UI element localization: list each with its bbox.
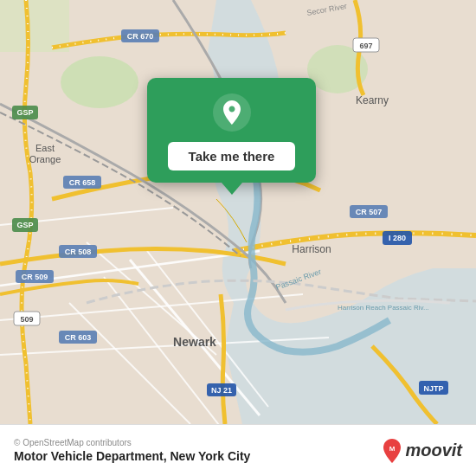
- svg-point-1: [61, 56, 138, 108]
- svg-text:Orange: Orange: [29, 154, 61, 164]
- svg-text:697: 697: [359, 42, 372, 50]
- svg-text:GSP: GSP: [16, 221, 33, 229]
- svg-text:I 280: I 280: [389, 234, 406, 242]
- map-container: GSP GSP CR 670 CR 658 CR 508 CR 509 CR 5…: [0, 0, 476, 424]
- svg-text:NJ 21: NJ 21: [211, 386, 232, 395]
- svg-text:CR 509: CR 509: [22, 273, 48, 281]
- svg-text:509: 509: [20, 315, 33, 324]
- svg-text:Harrison Reach Passaic Riv...: Harrison Reach Passaic Riv...: [338, 304, 429, 312]
- svg-text:CR 507: CR 507: [356, 208, 383, 216]
- moovit-pin-icon: M: [383, 439, 402, 463]
- svg-text:East: East: [35, 143, 55, 153]
- svg-text:Harrison: Harrison: [292, 243, 331, 255]
- svg-text:CR 603: CR 603: [65, 333, 92, 342]
- copyright-text: © OpenStreetMap contributors: [14, 438, 250, 447]
- bottom-text-area: © OpenStreetMap contributors Motor Vehic…: [14, 438, 250, 463]
- svg-text:CR 670: CR 670: [127, 32, 154, 41]
- svg-text:NJTP: NJTP: [423, 384, 443, 393]
- svg-text:Newark: Newark: [173, 335, 216, 349]
- map-svg: GSP GSP CR 670 CR 658 CR 508 CR 509 CR 5…: [0, 0, 476, 424]
- location-title: Motor Vehicle Department, New York City: [14, 449, 250, 463]
- moovit-logo: M moovit: [383, 439, 462, 463]
- svg-text:CR 658: CR 658: [69, 178, 96, 187]
- popup-card: Take me there: [147, 78, 316, 183]
- take-me-there-button[interactable]: Take me there: [168, 142, 296, 170]
- svg-text:M: M: [389, 445, 396, 453]
- svg-text:GSP: GSP: [16, 108, 33, 117]
- svg-text:Kearny: Kearny: [356, 94, 389, 106]
- location-pin-icon: [213, 93, 251, 132]
- bottom-bar: © OpenStreetMap contributors Motor Vehic…: [0, 424, 476, 476]
- svg-rect-3: [0, 0, 69, 52]
- svg-text:CR 508: CR 508: [65, 248, 92, 256]
- moovit-logo-text: moovit: [405, 441, 462, 460]
